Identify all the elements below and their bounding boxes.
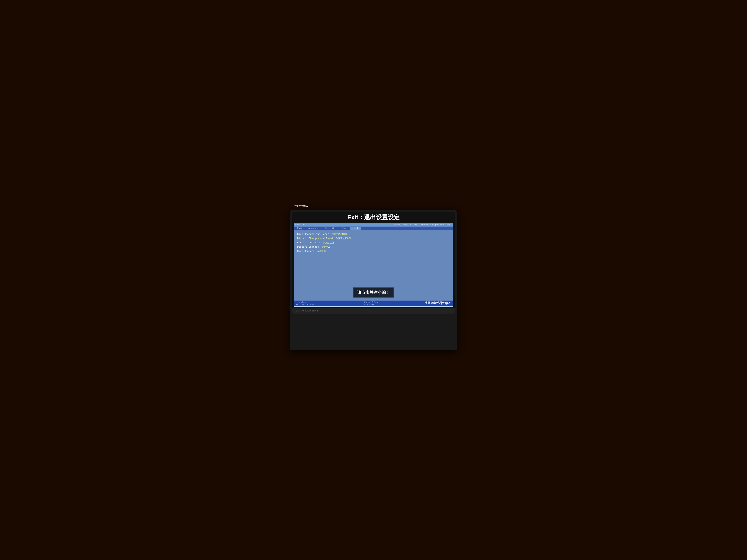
menu-label-en: Save Changes: [297, 250, 315, 252]
nav-advanced[interactable]: Advanced: [306, 227, 322, 230]
menu-label-en: Restore Defaults: [297, 241, 320, 244]
laptop-bottom: srs ⊕ PREMIUM SOUND: [292, 308, 455, 314]
menu-label-cn: 保存更改: [317, 250, 326, 253]
menu-item-save-reset[interactable]: Save Changes and Reset 保存更改和重置: [297, 232, 450, 236]
status-left: ↑↓→←:Move F9:Load Defaults: [296, 301, 316, 306]
nav-boot[interactable]: Boot: [339, 227, 350, 230]
watermark: 头条 @老毛桃winpe: [425, 301, 450, 305]
status-f10: F10:Save: [364, 303, 379, 306]
page-title: Exit：退出设置设定: [294, 213, 453, 221]
bios-screen-wrapper: Dell Inc. Aptio Setup Utility – American…: [294, 223, 453, 307]
status-load-defaults: F9:Load Defaults: [296, 303, 316, 306]
menu-label-en: Discard Changes and Reset: [297, 237, 333, 240]
menu-item-save-changes[interactable]: Save Changes 保存更改: [297, 249, 450, 254]
menu-label-en: Discard Changes: [297, 245, 319, 248]
menu-label-en: Save Changes and Reset: [297, 233, 329, 236]
menu-label-cn: 保存更改和重置: [332, 233, 347, 236]
status-move: ↑↓→←:Move: [296, 301, 316, 303]
nav-exit[interactable]: Exit: [350, 227, 361, 230]
nav-main[interactable]: Main: [294, 227, 306, 230]
bios-utility-title: Aptio Setup Utility – American Megatrend…: [394, 224, 452, 226]
inspiron-label: INSPIRON: [294, 205, 308, 207]
bios-header-bar: Dell Inc. Aptio Setup Utility – American…: [294, 223, 453, 226]
menu-label-cn: 放弃更改和重置: [336, 237, 352, 240]
bios-vendor: Dell Inc.: [295, 224, 306, 226]
status-center: Enter:Select F10:Save: [364, 301, 379, 306]
laptop-outer: INSPIRON Exit：退出设置设定 Dell Inc. Aptio Set…: [290, 210, 457, 350]
menu-item-restore-defaults[interactable]: Restore Defaults 恢复默认值: [297, 241, 450, 245]
bios-nav-bar: Main Advanced Security Boot Exit: [294, 226, 453, 230]
srs-badge: srs ⊕ PREMIUM SOUND: [296, 310, 319, 312]
menu-label-cn: 恢复默认值: [323, 241, 334, 244]
annotation-box[interactable]: 请点击关注小编！: [353, 287, 394, 298]
screen-bezel: Exit：退出设置设定 Dell Inc. Aptio Setup Utilit…: [292, 212, 455, 308]
menu-item-discard-changes[interactable]: Discard Changes 放弃更改: [297, 245, 450, 249]
menu-item-discard-reset[interactable]: Discard Changes and Reset 放弃更改和重置: [297, 236, 450, 241]
nav-security[interactable]: Security: [322, 227, 339, 230]
status-enter: Enter:Select: [364, 301, 379, 303]
menu-label-cn: 放弃更改: [321, 245, 330, 248]
